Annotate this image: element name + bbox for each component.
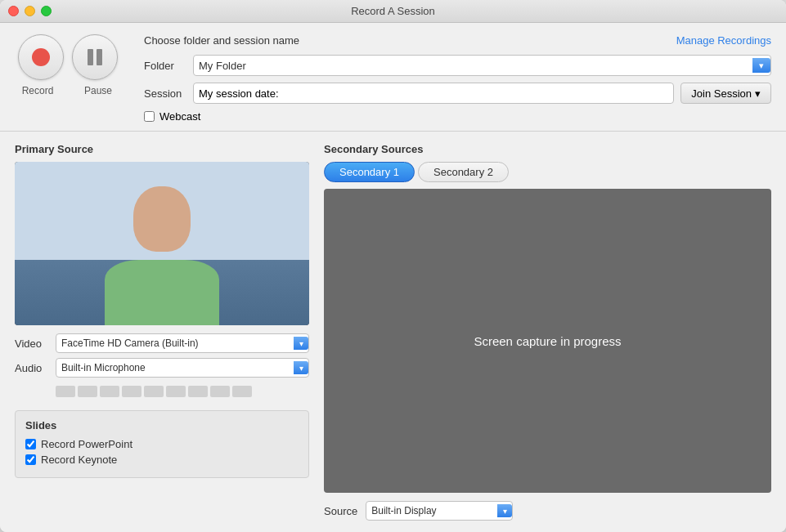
maximize-button[interactable] (41, 6, 52, 16)
top-bar: Record Pause Choose folder and session n… (0, 23, 786, 132)
join-session-button[interactable]: Join Session ▾ (680, 83, 771, 104)
audio-select[interactable]: Built-in Microphone (56, 358, 309, 378)
join-session-chevron-icon: ▾ (755, 87, 761, 100)
record-powerpoint-row: Record PowerPoint (25, 438, 299, 450)
record-powerpoint-checkbox[interactable] (25, 439, 36, 449)
video-label: Video (15, 338, 56, 350)
window: Record A Session Re (0, 0, 786, 532)
record-pause-buttons (18, 34, 118, 80)
source-bottom-value: Built-in Display (371, 505, 492, 516)
tab-secondary-2[interactable]: Secondary 2 (418, 162, 509, 182)
main-body: Primary Source Video FaceTime HD Camera … (0, 132, 786, 532)
record-button[interactable] (18, 34, 64, 80)
webcast-label: Webcast (159, 110, 200, 123)
session-label: Session (144, 87, 193, 100)
source-bottom: Source Built-in Display (324, 501, 771, 521)
audio-value: Built-in Microphone (61, 362, 289, 373)
pause-button[interactable] (72, 34, 118, 80)
audio-chevron-icon[interactable] (294, 361, 308, 374)
window-title: Record A Session (351, 5, 435, 17)
button-labels: Record Pause (15, 85, 121, 96)
manage-recordings-link[interactable]: Manage Recordings (676, 34, 771, 47)
video-chevron-icon[interactable] (294, 337, 308, 350)
person-head (133, 186, 191, 252)
audio-bar-8 (210, 386, 230, 397)
video-value: FaceTime HD Camera (Built-in) (61, 338, 289, 349)
pause-label: Pause (75, 85, 121, 96)
folder-select[interactable]: My Folder (193, 55, 771, 76)
join-session-label: Join Session (691, 87, 752, 100)
secondary-tabs: Secondary 1 Secondary 2 (324, 162, 771, 182)
webcast-row: Webcast (144, 110, 771, 123)
minimize-button[interactable] (25, 6, 35, 16)
folder-label: Folder (144, 60, 193, 72)
person-preview (15, 162, 309, 325)
secondary-source-panel: Secondary Sources Secondary 1 Secondary … (324, 143, 771, 521)
audio-source-row: Audio Built-in Microphone (15, 358, 309, 378)
folder-row: Folder My Folder (144, 55, 771, 76)
close-button[interactable] (8, 6, 19, 16)
source-bottom-chevron-icon[interactable] (497, 504, 512, 517)
titlebar-buttons (8, 6, 52, 16)
slides-section: Slides Record PowerPoint Record Keynote (15, 410, 309, 478)
video-source-row: Video FaceTime HD Camera (Built-in) (15, 333, 309, 353)
pause-bar-left (88, 49, 93, 65)
audio-bar-4 (122, 386, 141, 397)
webcast-checkbox[interactable] (144, 111, 155, 122)
primary-source-panel: Primary Source Video FaceTime HD Camera … (15, 143, 309, 521)
screen-preview: Screen capture in progress (324, 189, 771, 493)
audio-level-bars (56, 386, 309, 397)
pause-icon (88, 49, 102, 65)
audio-bar-6 (166, 386, 186, 397)
secondary-sources-title: Secondary Sources (324, 143, 771, 155)
source-bottom-select[interactable]: Built-in Display (366, 501, 513, 521)
audio-bar-7 (188, 386, 208, 397)
record-keynote-row: Record Keynote (25, 454, 299, 466)
audio-bar-5 (144, 386, 164, 397)
form-section: Choose folder and session name Folder My… (144, 34, 771, 123)
audio-label: Audio (15, 362, 56, 374)
audio-bar-3 (100, 386, 119, 397)
titlebar: Record A Session (0, 0, 786, 23)
screen-capture-text: Screen capture in progress (474, 334, 621, 348)
video-preview (15, 162, 309, 325)
audio-bar-9 (232, 386, 252, 397)
record-powerpoint-label: Record PowerPoint (41, 438, 132, 450)
slides-title: Slides (25, 419, 299, 431)
session-input[interactable] (193, 83, 674, 104)
primary-source-title: Primary Source (15, 143, 309, 155)
tab-secondary-1[interactable]: Secondary 1 (324, 162, 415, 182)
pause-bar-right (97, 49, 102, 65)
record-keynote-label: Record Keynote (41, 454, 117, 466)
record-pause-section: Record Pause (15, 34, 121, 96)
source-controls: Video FaceTime HD Camera (Built-in) Audi… (15, 333, 309, 397)
audio-bar-2 (78, 386, 97, 397)
audio-bar-1 (56, 386, 75, 397)
video-select[interactable]: FaceTime HD Camera (Built-in) (56, 333, 309, 353)
record-keynote-checkbox[interactable] (25, 454, 36, 465)
record-label: Record (15, 85, 61, 96)
record-icon (32, 48, 50, 66)
folder-chevron-icon[interactable] (752, 58, 770, 73)
source-bottom-label: Source (324, 505, 357, 517)
content-area: Record Pause Choose folder and session n… (0, 23, 786, 532)
folder-value: My Folder (199, 60, 748, 72)
person-shirt (105, 260, 219, 325)
session-row: Session Join Session ▾ (144, 83, 771, 104)
